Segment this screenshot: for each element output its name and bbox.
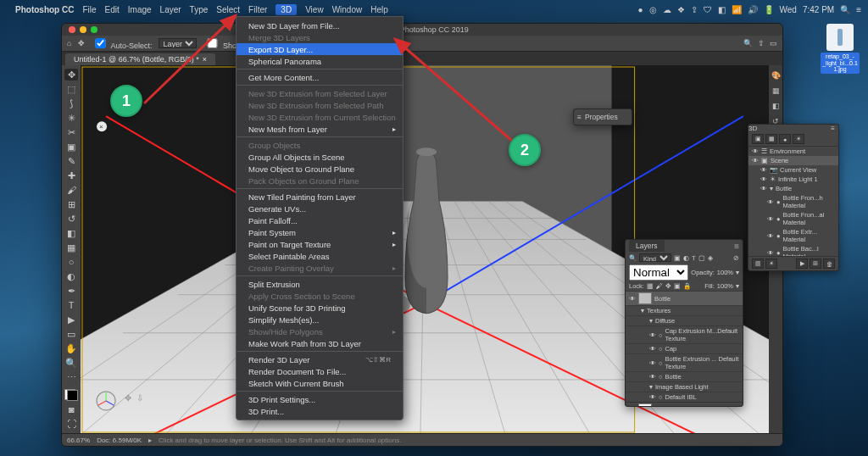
menu-item[interactable]: Make Work Path from 3D Layer: [236, 337, 403, 349]
auto-select-check[interactable]: Auto-Select:: [92, 36, 152, 51]
lock-all-icon[interactable]: 🔒: [683, 282, 691, 290]
clock-day[interactable]: Wed: [780, 5, 797, 14]
edit-toolbar[interactable]: ⋯: [64, 371, 78, 383]
filter-smart-icon[interactable]: ◈: [708, 254, 713, 262]
battery-icon[interactable]: 🔋: [764, 5, 774, 14]
menu-item[interactable]: Group All Objects in Scene: [236, 151, 403, 163]
menu-item[interactable]: Spherical Panorama: [236, 55, 403, 67]
zoom-level[interactable]: 66.67%: [67, 437, 90, 444]
doc-size[interactable]: Doc: 6.59M/0K: [97, 437, 142, 444]
layer-row[interactable]: ▾Image Based Light: [626, 381, 743, 392]
type-tool[interactable]: T: [64, 299, 78, 311]
siri-icon[interactable]: ≡: [856, 5, 861, 14]
quick-mask[interactable]: ◙: [64, 403, 78, 415]
blend-mode[interactable]: Normal: [629, 264, 688, 281]
clone-stamp-tool[interactable]: ⊞: [64, 198, 78, 210]
background-color[interactable]: [67, 390, 78, 401]
frame-tool[interactable]: ▣: [64, 141, 78, 153]
status-icon[interactable]: ◧: [718, 5, 726, 14]
menu-item[interactable]: Render 3D Layer⌥⇧⌘R: [236, 353, 403, 365]
path-select-tool[interactable]: ▶: [64, 314, 78, 325]
home-icon[interactable]: ⌂: [67, 39, 71, 47]
3d-scene-item[interactable]: 👁●Bottle Extr... Material: [748, 227, 838, 244]
workspace-icon[interactable]: ▭: [770, 39, 777, 47]
menu-item[interactable]: Paint System: [236, 226, 403, 238]
window-titlebar[interactable]: Adobe Photoshop CC 2019: [62, 24, 782, 36]
3d-render-icon[interactable]: ▶: [796, 259, 808, 269]
menu-layer[interactable]: Layer: [160, 5, 181, 14]
share-icon[interactable]: ⇪: [758, 39, 765, 47]
history-brush-tool[interactable]: ↺: [64, 213, 78, 225]
move-tool[interactable]: ✥: [64, 69, 78, 81]
3d-light-add-icon[interactable]: ☀: [765, 259, 777, 269]
menu-item[interactable]: Paint on Target Texture: [236, 238, 403, 250]
filter-mesh-icon[interactable]: ▦: [765, 134, 777, 144]
zoom-tool[interactable]: 🔍: [64, 357, 78, 369]
menu-edit[interactable]: Edit: [105, 5, 120, 14]
screen-mode[interactable]: ⛶: [64, 418, 78, 430]
panel-menu-icon[interactable]: ≡: [827, 125, 838, 132]
menu-item[interactable]: Split Extrusion: [236, 278, 403, 290]
menu-item[interactable]: Get More Content...: [236, 71, 403, 83]
tab-close[interactable]: ×: [203, 55, 207, 64]
menu-item[interactable]: Simplify Mesh(es)...: [236, 314, 403, 325]
marquee-tool[interactable]: ⬚: [64, 83, 78, 95]
auto-select-target[interactable]: Layer: [159, 38, 197, 48]
lasso-tool[interactable]: ⟆: [64, 97, 78, 109]
3d-ground-icon[interactable]: ▥: [752, 259, 764, 269]
lock-pos-icon[interactable]: ✥: [665, 282, 671, 290]
layer-row[interactable]: 👁○Bottle: [626, 371, 743, 381]
layer-row[interactable]: ▾Textures: [626, 305, 743, 315]
layer-filter-kind[interactable]: Kind: [639, 253, 671, 262]
color-swatches[interactable]: [64, 389, 78, 401]
healing-brush-tool[interactable]: ✚: [64, 170, 78, 181]
eyedropper-tool[interactable]: ✎: [64, 155, 78, 167]
visibility-icon[interactable]: 👁: [629, 295, 636, 303]
panel-menu-icon[interactable]: ≡: [734, 242, 739, 251]
volume-icon[interactable]: 🔊: [748, 5, 758, 14]
menu-item[interactable]: Render Document To File...: [236, 365, 403, 377]
layer-row[interactable]: 👁 Background 🔒: [626, 402, 743, 406]
lock-artboard-icon[interactable]: ▣: [674, 282, 681, 290]
menu-item[interactable]: Select Paintable Areas: [236, 250, 403, 262]
search-icon[interactable]: 🔍: [743, 39, 753, 47]
dodge-tool[interactable]: ◐: [64, 270, 78, 282]
crop-tool[interactable]: ✂: [64, 126, 78, 138]
status-icon[interactable]: ⇪: [691, 5, 698, 14]
3d-new-icon[interactable]: ⊞: [810, 259, 821, 269]
eraser-tool[interactable]: ◧: [64, 227, 78, 239]
3d-scene-item[interactable]: 👁▣Scene: [748, 156, 838, 165]
dock-color-icon[interactable]: 🎨: [771, 70, 781, 81]
layer-row[interactable]: 👁○Cap: [626, 343, 743, 353]
menu-item[interactable]: Generate UVs...: [236, 203, 403, 214]
filter-toggle[interactable]: ⊘: [733, 254, 739, 262]
blur-tool[interactable]: ○: [64, 256, 78, 268]
document-tab[interactable]: Untitled-1 @ 66.7% (Bottle, RGB/8) * ×: [65, 53, 215, 65]
menu-item[interactable]: Move Object to Ground Plane: [236, 163, 403, 175]
menu-view[interactable]: View: [305, 5, 324, 14]
filter-whole-icon[interactable]: ▣: [752, 134, 764, 144]
filter-shape-icon[interactable]: ▢: [698, 254, 705, 262]
menu-item[interactable]: New Mesh from Layer: [236, 123, 403, 135]
3d-tab[interactable]: 3D: [748, 125, 757, 132]
filter-type-icon[interactable]: T: [692, 254, 696, 262]
hand-tool[interactable]: ✋: [64, 342, 78, 354]
menu-item[interactable]: 3D Print Settings...: [236, 393, 403, 405]
status-icon[interactable]: ●: [637, 5, 643, 14]
app-name[interactable]: Photoshop CC: [15, 5, 74, 14]
menu-item[interactable]: 3D Print...: [236, 405, 403, 417]
gradient-tool[interactable]: ▦: [64, 242, 78, 253]
status-icon[interactable]: ◎: [649, 5, 657, 14]
status-icon[interactable]: 🛡: [704, 5, 712, 14]
menu-window[interactable]: Window: [332, 5, 363, 14]
menu-image[interactable]: Image: [128, 5, 152, 14]
layer-row[interactable]: ▾Diffuse: [626, 315, 743, 325]
menu-3d[interactable]: 3D: [275, 4, 297, 15]
layer-row[interactable]: 👁○Cap Extrusion M...Default Texture: [626, 325, 743, 343]
status-icon[interactable]: ☁: [663, 5, 671, 14]
lock-trans-icon[interactable]: ▦: [647, 282, 654, 290]
opacity-value[interactable]: 100%: [717, 269, 733, 276]
menu-item[interactable]: Export 3D Layer...: [236, 43, 403, 55]
dock-adjust-icon[interactable]: ◧: [771, 101, 781, 111]
3d-scene-item[interactable]: 👁●Bottle Fron...al Material: [748, 210, 838, 227]
